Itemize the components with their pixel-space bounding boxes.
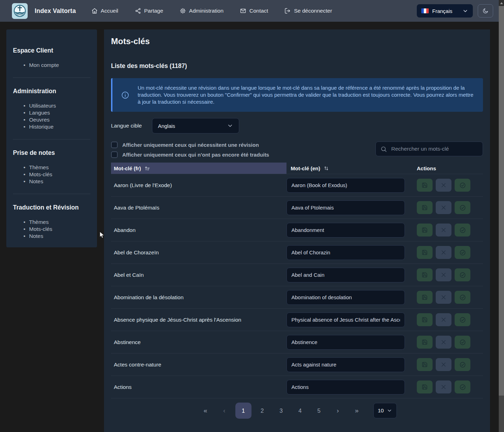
save-button[interactable]	[417, 291, 433, 304]
language-select[interactable]: Français	[417, 4, 473, 18]
x-icon	[441, 227, 447, 233]
last-page-button[interactable]: »	[349, 407, 365, 414]
sidebar-item-notes[interactable]: Notes	[23, 178, 90, 185]
france-flag-icon	[421, 8, 429, 13]
save-icon	[422, 182, 428, 188]
keyword-en-input[interactable]	[286, 313, 405, 327]
keyword-en-input[interactable]	[286, 380, 405, 395]
sidebar-item-mots-cl-s[interactable]: Mots-clés	[23, 226, 90, 233]
filter-option[interactable]: Afficher uniquement ceux qui nécessitent…	[111, 142, 269, 148]
check-icon	[460, 317, 466, 323]
confirm-button[interactable]	[455, 380, 470, 393]
confirm-button[interactable]	[455, 336, 470, 349]
sidebar-item-th-mes[interactable]: Thèmes	[23, 164, 90, 171]
search-input[interactable]	[391, 145, 478, 152]
sidebar-item-langues[interactable]: Langues	[23, 109, 90, 116]
nav-item-contact[interactable]: Contact	[240, 8, 268, 14]
confirm-button[interactable]	[455, 179, 470, 192]
sidebar-item-mon-compte[interactable]: Mon compte	[23, 62, 90, 69]
keyword-en-input[interactable]	[286, 357, 405, 372]
page-button-2[interactable]: 2	[254, 403, 270, 419]
confirm-button[interactable]	[455, 291, 470, 304]
save-icon	[422, 205, 428, 211]
cancel-button[interactable]	[436, 201, 451, 214]
confirm-button[interactable]	[455, 201, 470, 214]
scrollbar-up-arrow[interactable]	[499, 0, 504, 6]
previous-page-button[interactable]: ‹	[216, 407, 233, 414]
sidebar-item-notes[interactable]: Notes	[23, 233, 90, 240]
save-button[interactable]	[417, 224, 433, 236]
keyword-en-input[interactable]	[286, 245, 405, 260]
keyword-en-input[interactable]	[286, 223, 405, 238]
table-row: Abomination de la désolation	[111, 286, 483, 309]
cancel-button[interactable]	[436, 358, 451, 371]
save-button[interactable]	[417, 380, 433, 393]
keyword-en-input[interactable]	[286, 200, 405, 215]
nav-item-accueil[interactable]: Accueil	[91, 8, 118, 14]
cancel-button[interactable]	[436, 380, 451, 393]
save-button[interactable]	[417, 336, 433, 349]
x-icon	[441, 182, 447, 188]
checkbox[interactable]	[111, 151, 118, 158]
scrollbar[interactable]	[499, 0, 504, 432]
target-language-select[interactable]: Anglais	[152, 118, 239, 133]
checkbox[interactable]	[111, 142, 118, 148]
keyword-en-input[interactable]	[286, 178, 405, 193]
cancel-button[interactable]	[436, 224, 451, 236]
save-icon	[422, 362, 428, 368]
sidebar-item-utilisateurs[interactable]: Utilisateurs	[23, 102, 90, 109]
keyword-fr: Aava de Ptolémaïs	[111, 205, 286, 211]
sidebar-divider	[13, 139, 90, 139]
page-button-1[interactable]: 1	[235, 403, 251, 419]
save-button[interactable]	[417, 358, 433, 371]
search-box	[375, 142, 483, 156]
dark-mode-toggle[interactable]	[478, 4, 493, 18]
sort-asc-icon[interactable]	[144, 165, 150, 171]
save-button[interactable]	[417, 179, 433, 192]
page-button-5[interactable]: 5	[311, 403, 327, 419]
confirm-button[interactable]	[455, 358, 470, 371]
sidebar-item-th-mes[interactable]: Thèmes	[23, 219, 90, 226]
scrollbar-thumb[interactable]	[499, 6, 504, 396]
keyword-en-input[interactable]	[286, 268, 405, 282]
sidebar-item-historique[interactable]: Historique	[23, 123, 90, 130]
confirm-button[interactable]	[455, 313, 470, 326]
language-label: Français	[432, 8, 453, 14]
cancel-button[interactable]	[436, 313, 451, 326]
confirm-button[interactable]	[455, 268, 470, 281]
keywords-table: Mot-clé (fr) Mot-clé (en) Actions Aaron …	[111, 163, 483, 398]
page-button-3[interactable]: 3	[273, 403, 289, 419]
cancel-button[interactable]	[436, 268, 451, 281]
page-size-select[interactable]: 10	[373, 403, 397, 418]
nav-item-se-d-connecter[interactable]: Se déconnecter	[284, 8, 332, 14]
sidebar-item-mots-cl-s[interactable]: Mots-clés	[23, 171, 90, 178]
cancel-button[interactable]	[436, 179, 451, 192]
sidebar-item-oeuvres[interactable]: Oeuvres	[23, 116, 90, 123]
nav-item-administration[interactable]: Administration	[180, 8, 223, 14]
keyword-en-input[interactable]	[286, 290, 405, 305]
filter-option[interactable]: Afficher uniquement ceux qui n'ont pas e…	[111, 151, 269, 158]
keyword-fr: Abel de Chorazeïn	[111, 249, 286, 256]
cancel-button[interactable]	[436, 291, 451, 304]
list-title: Liste des mots-clés (1187)	[111, 62, 483, 70]
keyword-fr: Aaron (Livre de l'Exode)	[111, 182, 286, 188]
confirm-button[interactable]	[455, 224, 470, 236]
save-button[interactable]	[417, 201, 433, 214]
keyword-fr: Abandon	[111, 227, 286, 233]
confirm-button[interactable]	[455, 246, 470, 259]
first-page-button[interactable]: «	[198, 407, 214, 414]
keyword-en-input[interactable]	[286, 335, 405, 350]
cancel-button[interactable]	[436, 246, 451, 259]
mail-icon	[240, 8, 246, 14]
save-button[interactable]	[417, 246, 433, 259]
save-button[interactable]	[417, 313, 433, 326]
cancel-button[interactable]	[436, 336, 451, 349]
save-button[interactable]	[417, 268, 433, 281]
page-button-4[interactable]: 4	[292, 403, 308, 419]
nav-item-partage[interactable]: Partage	[135, 8, 163, 14]
table-row: Abel de Chorazeïn	[111, 241, 483, 264]
sort-icon[interactable]	[323, 165, 329, 171]
column-header-en[interactable]: Mot-clé (en)	[286, 163, 412, 174]
column-header-fr[interactable]: Mot-clé (fr)	[111, 163, 286, 174]
next-page-button[interactable]: ›	[330, 407, 346, 414]
